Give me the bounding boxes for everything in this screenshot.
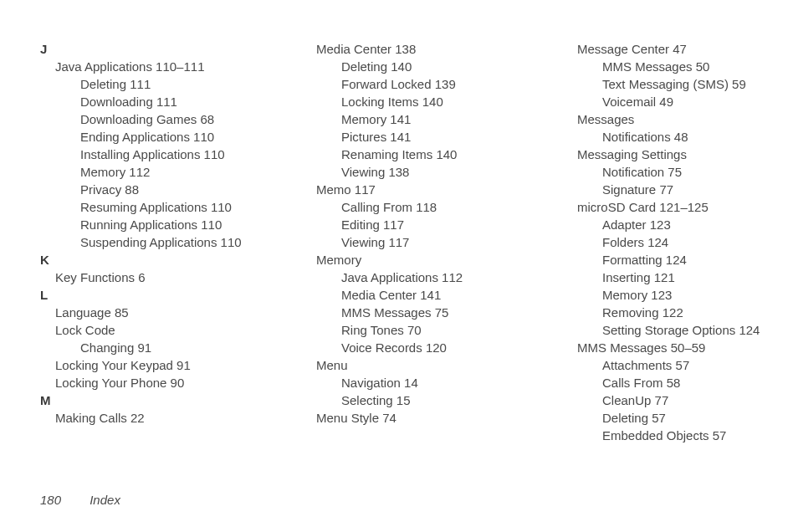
index-entry: Messages bbox=[577, 110, 765, 128]
index-subentry: Downloading 111 bbox=[80, 93, 243, 110]
index-entry: Locking Your Phone 90 bbox=[55, 374, 243, 391]
index-subentry: Privacy 88 bbox=[80, 181, 243, 198]
index-subentry: Memory 123 bbox=[602, 286, 765, 304]
index-subentry: Downloading Games 68 bbox=[80, 110, 243, 128]
index-subentry: Viewing 138 bbox=[341, 163, 504, 181]
index-column-3: Message Center 47MMS Messages 50Text Mes… bbox=[562, 40, 765, 444]
index-subentry: Notification 75 bbox=[602, 163, 765, 181]
index-entry: Media Center 138 bbox=[316, 40, 504, 58]
index-subentry: Navigation 14 bbox=[341, 374, 504, 391]
index-subentry: Suspending Applications 110 bbox=[80, 233, 243, 251]
index-subentry: Editing 117 bbox=[341, 216, 504, 233]
index-subentry: Ring Tones 70 bbox=[341, 321, 504, 339]
index-subentry: Selecting 15 bbox=[341, 391, 504, 409]
index-subentry: Inserting 121 bbox=[602, 269, 765, 286]
index-subentry: Notifications 48 bbox=[602, 128, 765, 146]
index-subentry: Embedded Objects 57 bbox=[602, 427, 765, 444]
section-title: Index bbox=[90, 493, 120, 507]
index-subentry: Deleting 140 bbox=[341, 58, 504, 75]
index-subentry: Changing 91 bbox=[80, 339, 243, 356]
index-subentry: Memory 112 bbox=[80, 163, 243, 181]
index-entry: Language 85 bbox=[55, 304, 243, 321]
page-footer: 180 Index bbox=[40, 493, 120, 507]
index-entry: Menu Style 74 bbox=[316, 409, 504, 427]
index-subentry: Java Applications 112 bbox=[341, 269, 504, 286]
index-subentry: Voicemail 49 bbox=[602, 93, 765, 110]
index-subentry: Resuming Applications 110 bbox=[80, 198, 243, 216]
index-subentry: Deleting 111 bbox=[80, 75, 243, 93]
index-column-1: JJava Applications 110–111Deleting 111Do… bbox=[40, 40, 243, 444]
index-entry: Java Applications 110–111 bbox=[55, 58, 243, 75]
index-letter: J bbox=[40, 40, 243, 58]
index-subentry: Voice Records 120 bbox=[341, 339, 504, 356]
index-subentry: Ending Applications 110 bbox=[80, 128, 243, 146]
index-subentry: Calling From 118 bbox=[341, 198, 504, 216]
index-subentry: CleanUp 77 bbox=[602, 391, 765, 409]
page-number: 180 bbox=[40, 493, 61, 507]
index-entry: Message Center 47 bbox=[577, 40, 765, 58]
index-entry: Lock Code bbox=[55, 321, 243, 339]
index-subentry: Text Messaging (SMS) 59 bbox=[602, 75, 765, 93]
index-letter: M bbox=[40, 391, 243, 409]
index-subentry: MMS Messages 50 bbox=[602, 58, 765, 75]
index-subentry: Removing 122 bbox=[602, 304, 765, 321]
index-subentry: Signature 77 bbox=[602, 181, 765, 198]
index-entry: microSD Card 121–125 bbox=[577, 198, 765, 216]
index-column-2: Media Center 138Deleting 140Forward Lock… bbox=[301, 40, 504, 444]
index-entry: MMS Messages 50–59 bbox=[577, 339, 765, 356]
index-subentry: Memory 141 bbox=[341, 110, 504, 128]
index-entry: Key Functions 6 bbox=[55, 269, 243, 286]
index-subentry: Installing Applications 110 bbox=[80, 146, 243, 163]
index-subentry: Folders 124 bbox=[602, 233, 765, 251]
index-subentry: Attachments 57 bbox=[602, 356, 765, 374]
index-entry: Locking Your Keypad 91 bbox=[55, 356, 243, 374]
index-subentry: Calls From 58 bbox=[602, 374, 765, 391]
index-subentry: Viewing 117 bbox=[341, 233, 504, 251]
index-subentry: Setting Storage Options 124 bbox=[602, 321, 765, 339]
index-entry: Memory bbox=[316, 251, 504, 269]
index-subentry: Locking Items 140 bbox=[341, 93, 504, 110]
index-page: JJava Applications 110–111Deleting 111Do… bbox=[0, 0, 798, 444]
index-entry: Menu bbox=[316, 356, 504, 374]
index-letter: L bbox=[40, 286, 243, 304]
index-subentry: Forward Locked 139 bbox=[341, 75, 504, 93]
index-subentry: Running Applications 110 bbox=[80, 216, 243, 233]
index-subentry: Adapter 123 bbox=[602, 216, 765, 233]
index-letter: K bbox=[40, 251, 243, 269]
index-subentry: MMS Messages 75 bbox=[341, 304, 504, 321]
index-subentry: Media Center 141 bbox=[341, 286, 504, 304]
index-entry: Making Calls 22 bbox=[55, 409, 243, 427]
index-entry: Memo 117 bbox=[316, 181, 504, 198]
index-subentry: Deleting 57 bbox=[602, 409, 765, 427]
index-subentry: Renaming Items 140 bbox=[341, 146, 504, 163]
index-entry: Messaging Settings bbox=[577, 146, 765, 163]
index-subentry: Formatting 124 bbox=[602, 251, 765, 269]
index-subentry: Pictures 141 bbox=[341, 128, 504, 146]
